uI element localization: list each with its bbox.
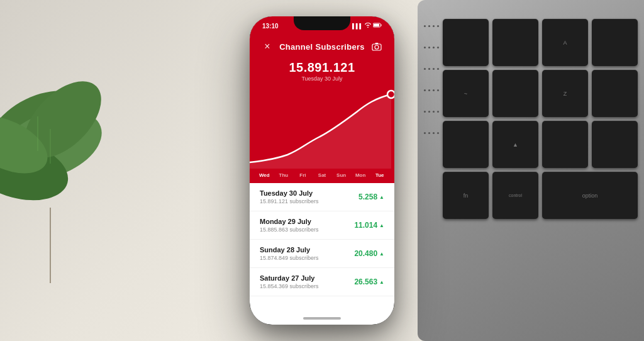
- stat-arrow-0: ▲: [379, 194, 384, 200]
- home-indicator: [303, 317, 341, 320]
- stat-value-1: 11.014: [354, 221, 377, 230]
- key-fn: fn: [443, 172, 489, 219]
- stat-left-2: Sunday 28 July 15.874.849 subscribers: [260, 246, 319, 261]
- camera-button[interactable]: [369, 39, 384, 54]
- day-tue: Tue: [370, 172, 389, 178]
- svg-rect-10: [374, 24, 379, 26]
- key-z: Z: [542, 70, 588, 117]
- phone-screen: 13:10 ▌▌▌: [250, 16, 394, 325]
- day-labels: Wed Thu Fri Sat Sun Mon Tue: [250, 169, 394, 183]
- phone-wrapper: 13:10 ▌▌▌: [250, 16, 394, 325]
- stat-arrow-2: ▲: [379, 251, 384, 257]
- key-tilde: ~: [443, 70, 489, 117]
- plant-decoration: [0, 19, 138, 289]
- wifi-icon: [365, 23, 371, 29]
- battery-icon: [373, 23, 382, 29]
- stat-left-3: Saturday 27 July 15.854.369 subscribers: [260, 274, 319, 289]
- key-up: ▲: [492, 121, 538, 168]
- key-2: [492, 19, 538, 66]
- stat-day-2: Sunday 28 July: [260, 246, 319, 254]
- laptop: A ~ Z ▲ fn control option: [418, 0, 644, 341]
- stat-right-1: 11.014 ▲: [354, 221, 384, 230]
- laptop-surface: A ~ Z ▲ fn control option: [418, 0, 644, 341]
- key-1: [443, 19, 489, 66]
- day-wed: Wed: [255, 172, 274, 178]
- status-time: 13:10: [262, 23, 279, 30]
- day-mon: Mon: [351, 172, 370, 178]
- key-5: [592, 70, 638, 117]
- stat-right-0: 5.258 ▲: [358, 193, 384, 201]
- stat-row-2: Sunday 28 July 15.874.849 subscribers 20…: [250, 240, 394, 268]
- key-a: A: [542, 19, 588, 66]
- stat-day-3: Saturday 27 July: [260, 274, 319, 282]
- close-button[interactable]: ×: [260, 39, 275, 54]
- stats-list: Tuesday 30 July 15.891.121 subscribers 5…: [250, 183, 394, 296]
- signal-icon: ▌▌▌: [352, 23, 363, 29]
- stat-right-2: 20.480 ▲: [354, 249, 384, 258]
- stat-subs-2: 15.874.849 subscribers: [260, 255, 319, 261]
- svg-rect-9: [381, 25, 382, 26]
- app-header: × Channel Subscribers: [250, 34, 394, 58]
- key-control: control: [492, 172, 538, 219]
- svg-rect-13: [375, 43, 379, 44]
- stat-value-3: 26.563: [354, 277, 377, 286]
- stat-row-3: Saturday 27 July 15.854.369 subscribers …: [250, 268, 394, 296]
- stat-left-1: Monday 29 July 15.885.863 subscribers: [260, 218, 319, 233]
- key-4: [492, 70, 538, 117]
- day-sat: Sat: [313, 172, 332, 178]
- main-subscriber-count: 15.891.121: [250, 60, 394, 75]
- svg-point-12: [375, 45, 379, 49]
- phone-device: 13:10 ▌▌▌: [250, 16, 394, 325]
- key-6: [443, 121, 489, 168]
- stat-left-0: Tuesday 30 July 15.891.121 subscribers: [260, 189, 319, 204]
- keyboard-grid: A ~ Z ▲ fn control option: [443, 19, 638, 321]
- stats-display: 15.891.121 Tuesday 30 July: [250, 58, 394, 87]
- stat-day-0: Tuesday 30 July: [260, 189, 319, 197]
- day-thu: Thu: [274, 172, 294, 178]
- key-8: [592, 121, 638, 168]
- stat-arrow-3: ▲: [379, 279, 384, 285]
- stat-subs-3: 15.854.369 subscribers: [260, 283, 319, 289]
- phone-notch: [294, 16, 350, 30]
- stat-arrow-1: ▲: [379, 223, 384, 228]
- stat-right-3: 26.563 ▲: [354, 277, 384, 286]
- stat-row-0: Tuesday 30 July 15.891.121 subscribers 5…: [250, 183, 394, 211]
- key-3: [592, 19, 638, 66]
- key-option: option: [542, 172, 638, 219]
- stat-subs-1: 15.885.863 subscribers: [260, 226, 319, 233]
- stat-value-2: 20.480: [354, 249, 377, 258]
- speaker-grille: [424, 25, 440, 151]
- main-date: Tuesday 30 July: [250, 75, 394, 82]
- stat-value-0: 5.258: [358, 193, 377, 201]
- key-7: [542, 121, 588, 168]
- header-title: Channel Subscribers: [279, 42, 365, 52]
- svg-point-14: [387, 91, 394, 98]
- stat-day-1: Monday 29 July: [260, 218, 319, 225]
- status-icons: ▌▌▌: [352, 23, 382, 29]
- chart-area: [250, 87, 394, 169]
- stat-row-1: Monday 29 July 15.885.863 subscribers 11…: [250, 211, 394, 240]
- day-sun: Sun: [331, 172, 351, 178]
- day-fri: Fri: [293, 172, 313, 178]
- stat-subs-0: 15.891.121 subscribers: [260, 198, 319, 204]
